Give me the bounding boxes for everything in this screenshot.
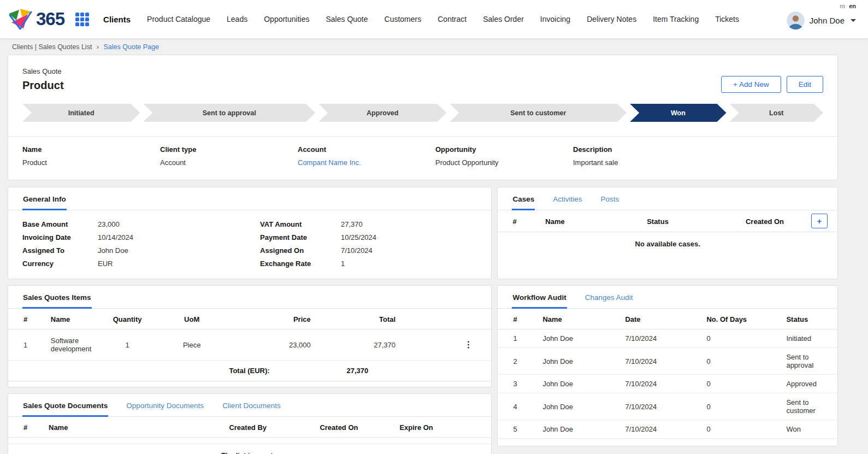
field-label: Name — [22, 145, 160, 154]
add-new-button[interactable]: + Add New — [721, 76, 781, 93]
nav-item[interactable]: Delivery Notes — [587, 15, 636, 23]
general-info-row: Assigned To John Doe Assigned On 7/10/20… — [22, 244, 477, 257]
chevron-down-icon — [851, 19, 856, 22]
field-value: 23,000 — [98, 220, 260, 228]
field-label: Account — [298, 145, 435, 154]
workflow-stage-bar: Initiated Sent to approval Approved Sent… — [22, 104, 823, 122]
documents-table: # Name Created By Created On Expire On — [8, 417, 491, 438]
cell-date: 7/10/2024 — [621, 348, 702, 375]
workflow-stage[interactable]: Initiated — [22, 104, 140, 122]
column-header: # — [8, 417, 44, 438]
column-header: No. Of Days — [702, 309, 782, 329]
workflow-stage[interactable]: Lost — [730, 104, 823, 122]
header-field: Name Product — [22, 145, 160, 167]
language-link[interactable]: en — [849, 3, 856, 9]
nav-item[interactable]: Opportunities — [264, 15, 309, 23]
user-menu[interactable]: John Doe — [787, 11, 856, 30]
field-value: John Doe — [98, 246, 260, 255]
workflow-audit-row: 1 John Doe 7/10/2024 0 Initiated — [498, 329, 837, 348]
topbar-right: ro en John Doe — [787, 0, 856, 38]
nav-item[interactable]: Invoicing — [540, 15, 570, 23]
nav-item[interactable]: Sales Order — [483, 15, 524, 23]
nav-item[interactable]: Tickets — [715, 15, 739, 23]
row-menu-icon[interactable]: ⋮ — [462, 340, 475, 349]
field-label: Invoicing Date — [22, 233, 98, 241]
right-column: Cases Activities Posts # Name Status Cre… — [497, 187, 838, 446]
workflow-stage[interactable]: Won — [630, 104, 726, 122]
field-value: 1 — [341, 260, 477, 268]
cell-name: John Doe — [538, 348, 621, 375]
header-field: Opportunity Product Opportunity — [435, 145, 573, 167]
field-value[interactable]: Compant Name Inc. — [298, 158, 435, 167]
header-field: Client type Account — [160, 145, 298, 167]
items-total-value: 27,370 — [315, 361, 400, 381]
header-actions: + Add New Edit — [721, 76, 823, 93]
documents-tab[interactable]: Sales Quote Documents — [22, 394, 108, 417]
audit-tabs: Workflow Audit Changes Audit — [498, 286, 837, 309]
workflow-audit-table: # Name Date No. Of Days Status 1 John — [498, 309, 837, 439]
cell-date: 7/10/2024 — [621, 329, 702, 348]
cases-tabs: Cases Activities Posts — [498, 187, 837, 210]
column-header: Name — [46, 309, 96, 329]
field-value: Product Opportunity — [435, 158, 573, 167]
workflow-stage[interactable]: Sent to approval — [143, 104, 315, 122]
page-content: Clients | Sales Quotes List › Sales Quot… — [0, 39, 868, 454]
column-header: Name — [541, 210, 642, 232]
nav-item[interactable]: Leads — [227, 15, 247, 23]
cases-tab[interactable]: Posts — [600, 187, 619, 210]
title-block: Sales Quote Product — [22, 63, 64, 92]
column-header: # — [8, 309, 46, 329]
field-value: 27,370 — [341, 220, 477, 228]
breadcrumb-current[interactable]: Sales Quote Page — [104, 43, 159, 51]
cell-total: 27,370 — [315, 329, 400, 361]
breadcrumb-trail[interactable]: Clients | Sales Quotes List — [12, 43, 92, 51]
documents-tab[interactable]: Opportunity Documents — [126, 394, 204, 417]
audit-tab[interactable]: Workflow Audit — [512, 286, 566, 309]
breadcrumb: Clients | Sales Quotes List › Sales Quot… — [8, 39, 838, 55]
empty-table-row — [8, 438, 491, 444]
workflow-stage[interactable]: Sent to customer — [450, 104, 627, 122]
apps-grid-icon[interactable] — [75, 13, 89, 26]
nav-item[interactable]: Customers — [385, 15, 422, 23]
items-table-footer: Total (EUR): 27,370 — [8, 361, 491, 381]
edit-button[interactable]: Edit — [787, 76, 823, 93]
nav-item[interactable]: Product Catalogue — [147, 15, 210, 23]
cases-tab[interactable]: Cases — [512, 187, 535, 210]
workflow-stage[interactable]: Approved — [318, 104, 446, 122]
language-link[interactable]: ro — [840, 3, 845, 9]
cases-tab[interactable]: Activities — [552, 187, 582, 210]
field-label: Opportunity — [435, 145, 573, 154]
column-header: UoM — [159, 309, 225, 329]
tab-sales-quotes-items[interactable]: Sales Quotes Items — [22, 286, 92, 309]
cell-name: John Doe — [538, 329, 621, 348]
tab-general-info[interactable]: General Info — [22, 187, 67, 210]
audit-tab[interactable]: Changes Audit — [584, 286, 634, 309]
nav-item[interactable]: Clients — [103, 15, 131, 24]
cell-uom: Piece — [159, 329, 225, 361]
cell-num: 1 — [498, 329, 538, 348]
nav-item[interactable]: Contract — [438, 15, 467, 23]
general-info-row: Base Amount 23,000 VAT Amount 27,370 — [22, 217, 477, 231]
documents-card: Sales Quote Documents Opportunity Docume… — [8, 393, 492, 454]
brand-logo[interactable]: 365 — [8, 8, 64, 30]
cell-days: 0 — [702, 348, 782, 375]
documents-tabs: Sales Quote Documents Opportunity Docume… — [8, 394, 491, 417]
nav-item[interactable]: Item Tracking — [653, 15, 699, 23]
cases-table-header: # Name Status Created On + — [498, 210, 837, 232]
documents-tab[interactable]: Client Documents — [222, 394, 281, 417]
field-label: Client type — [160, 145, 298, 154]
field-label: Base Amount — [22, 220, 98, 228]
items-total-label: Total (EUR): — [225, 361, 315, 381]
cell-name: John Doe — [538, 420, 621, 439]
language-switcher: ro en — [840, 0, 856, 9]
add-case-button[interactable]: + — [811, 214, 828, 228]
brand-logo-icon — [8, 8, 33, 30]
left-column: General Info Base Amount 23,000 VAT Amou… — [8, 187, 492, 454]
column-header: Created By — [225, 417, 315, 438]
cell-num: 2 — [498, 348, 538, 375]
column-header: Price — [225, 309, 315, 329]
nav-item[interactable]: Sales Quote — [326, 15, 368, 23]
header-fields: Name Product Client type Account Account… — [22, 137, 823, 180]
page-title: Product — [22, 79, 64, 92]
column-header: # — [498, 309, 538, 329]
